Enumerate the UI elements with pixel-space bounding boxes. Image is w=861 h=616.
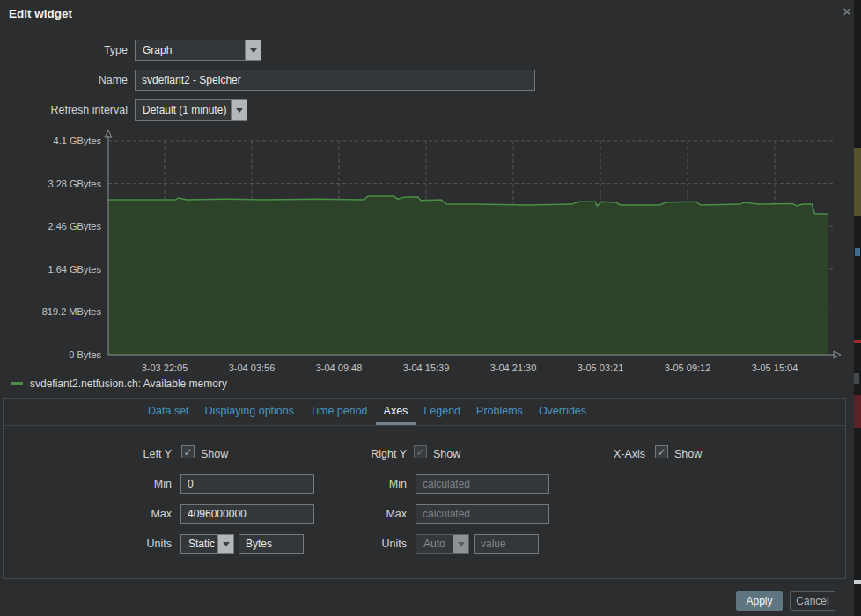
chevron-down-icon[interactable] <box>217 535 233 553</box>
name-label: Name <box>0 74 128 86</box>
tab-overrides[interactable]: Overrides <box>531 399 594 425</box>
svg-text:3-04 09:48: 3-04 09:48 <box>316 363 363 373</box>
left-y-show-checkbox[interactable]: ✓ <box>181 445 195 458</box>
svg-text:3.28 GBytes: 3.28 GBytes <box>48 179 101 189</box>
left-y-label: Left Y <box>53 448 172 460</box>
tab-legend[interactable]: Legend <box>416 399 468 425</box>
background-fragment <box>854 395 861 428</box>
right-y-show-label: Show <box>433 448 460 460</box>
refresh-interval-row: Refresh interval Default (1 minute) <box>0 99 854 121</box>
background-page-strip <box>854 0 861 616</box>
background-fragment <box>854 148 861 216</box>
dialog-title: Edit widget <box>9 7 72 20</box>
type-row: Type Graph <box>0 40 854 61</box>
svg-text:3-05 15:04: 3-05 15:04 <box>752 363 798 373</box>
close-icon[interactable]: ✕ <box>839 4 855 19</box>
right-y-units-select: Auto <box>416 534 469 554</box>
tab-bar: Data set Displaying options Time period … <box>4 399 845 426</box>
right-y-show-checkbox[interactable]: ✓ <box>414 445 427 458</box>
left-y-show-label: Show <box>201 448 228 460</box>
left-y-units-mode: Static <box>181 535 217 553</box>
svg-text:4.1 GBytes: 4.1 GBytes <box>54 136 102 146</box>
right-y-units-mode: Auto <box>416 535 453 553</box>
right-y-label: Right Y <box>291 448 407 460</box>
cancel-button[interactable]: Cancel <box>790 591 835 611</box>
svg-text:2.46 GBytes: 2.46 GBytes <box>48 221 101 231</box>
x-axis-label: X-Axis <box>563 448 645 460</box>
chevron-down-icon <box>453 535 468 553</box>
type-label: Type <box>0 44 128 56</box>
left-y-min-label: Min <box>53 478 172 490</box>
svg-text:3-05 03:21: 3-05 03:21 <box>578 363 624 373</box>
svg-text:819.2 MBytes: 819.2 MBytes <box>42 306 102 317</box>
x-axis-show-checkbox[interactable]: ✓ <box>655 445 668 458</box>
name-input[interactable] <box>135 70 535 91</box>
background-fragment <box>854 580 861 584</box>
apply-button[interactable]: Apply <box>736 591 783 611</box>
tab-problems[interactable]: Problems <box>468 399 531 425</box>
svg-text:3-04 15:39: 3-04 15:39 <box>403 363 450 373</box>
legend-swatch <box>11 382 23 385</box>
right-y-min-input[interactable] <box>416 474 549 494</box>
right-y-min-label: Min <box>291 478 407 490</box>
refresh-interval-label: Refresh interval <box>0 104 128 116</box>
right-y-units-input[interactable] <box>474 534 539 554</box>
svg-text:0 Bytes: 0 Bytes <box>69 349 101 360</box>
left-y-max-label: Max <box>53 508 172 520</box>
refresh-interval-select[interactable]: Default (1 minute) <box>135 99 247 121</box>
tab-data-set[interactable]: Data set <box>140 399 197 425</box>
tab-axes[interactable]: Axes <box>376 399 416 425</box>
svg-text:3-04 21:30: 3-04 21:30 <box>490 363 537 373</box>
background-fragment <box>854 340 861 343</box>
right-y-units-label: Units <box>291 538 407 550</box>
right-y-max-input[interactable] <box>416 504 549 524</box>
tab-time-period[interactable]: Time period <box>302 399 376 425</box>
background-fragment <box>855 248 860 256</box>
right-y-max-label: Max <box>291 508 407 520</box>
legend-label: svdefiant2.netfusion.ch: Available memor… <box>30 378 227 390</box>
background-fragment <box>854 373 859 384</box>
left-y-units-select[interactable]: Static <box>180 534 234 554</box>
memory-graph-preview: 4.1 GBytes3.28 GBytes2.46 GBytes1.64 GBy… <box>0 128 861 377</box>
type-select[interactable]: Graph <box>135 40 261 61</box>
chevron-down-icon[interactable] <box>245 40 261 60</box>
chevron-down-icon[interactable] <box>231 100 247 120</box>
svg-text:3-05 09:12: 3-05 09:12 <box>665 363 711 373</box>
graph-legend: svdefiant2.netfusion.ch: Available memor… <box>11 378 227 390</box>
svg-text:1.64 GBytes: 1.64 GBytes <box>48 264 101 275</box>
svg-text:3-04 03:56: 3-04 03:56 <box>229 363 276 373</box>
tab-displaying-options[interactable]: Displaying options <box>197 399 302 425</box>
name-row: Name <box>0 70 854 91</box>
svg-text:3-03 22:05: 3-03 22:05 <box>142 363 188 373</box>
refresh-interval-value: Default (1 minute) <box>136 100 231 120</box>
left-y-units-label: Units <box>53 538 172 550</box>
x-axis-show-label: Show <box>674 448 702 460</box>
type-select-value: Graph <box>136 40 245 60</box>
